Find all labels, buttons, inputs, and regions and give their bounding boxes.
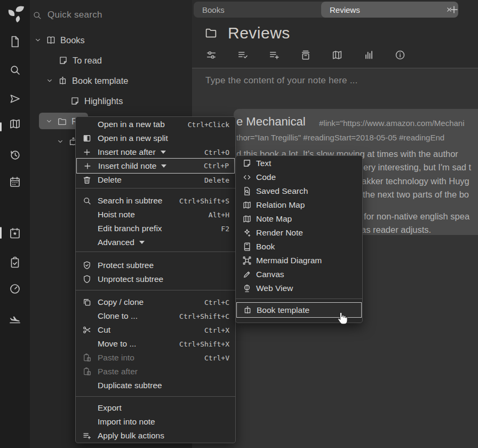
- menu-item-export[interactable]: Export: [76, 401, 235, 415]
- tree-item-to-read[interactable]: To read: [58, 52, 188, 68]
- menu-item-move-to[interactable]: Move to ... Ctrl+Shift+X: [76, 337, 235, 351]
- submenu-item-label: Book: [256, 242, 275, 251]
- owned-attributes-icon[interactable]: [237, 49, 249, 61]
- menu-item-edit-branch-prefix[interactable]: Edit branch prefix F2: [76, 222, 235, 235]
- menu-item-advanced[interactable]: Advanced: [76, 235, 235, 249]
- chevron-down-icon[interactable]: [34, 36, 42, 44]
- collection-properties-icon[interactable]: [300, 49, 312, 61]
- special-date-icon[interactable]: [9, 227, 21, 240]
- menu-item-import-into-note[interactable]: Import into note: [76, 415, 235, 429]
- sparkle-icon: [242, 228, 256, 238]
- card-body-line: ery interesting, but I'm sad t: [363, 162, 471, 172]
- dropdown-caret-icon: [161, 164, 166, 168]
- menu-item-label: Search in subtree: [98, 196, 163, 206]
- jump-to-note-icon[interactable]: [9, 92, 21, 105]
- calendar-icon[interactable]: [9, 176, 21, 188]
- submenu-item-note-map[interactable]: Note Map: [236, 212, 362, 226]
- submenu-item-label: Saved Search: [256, 186, 308, 196]
- menu-item-insert-child-note[interactable]: Insert child note Ctrl+P: [76, 158, 235, 174]
- basic-properties-icon[interactable]: [205, 49, 217, 61]
- new-tab-icon[interactable]: [448, 4, 460, 15]
- submenu-item-canvas[interactable]: Canvas: [236, 268, 362, 281]
- chevron-down-icon[interactable]: [56, 137, 65, 146]
- new-note-icon[interactable]: [9, 35, 21, 48]
- menu-item-shortcut: Ctrl+O: [204, 148, 229, 156]
- menu-item-apply-bulk-actions[interactable]: Apply bulk actions: [76, 429, 235, 443]
- book-icon: [242, 242, 256, 251]
- menu-item-paste-into: Paste into Ctrl+V: [76, 351, 235, 365]
- note-title: Reviews: [228, 24, 290, 42]
- menu-item-protect-subtree[interactable]: Protect subtree: [76, 258, 235, 272]
- paste-icon: [82, 353, 98, 363]
- note-map-icon[interactable]: [331, 49, 343, 61]
- submenu-item-text[interactable]: Text: [236, 156, 362, 170]
- submenu-item-relation-map[interactable]: Relation Map: [236, 198, 362, 212]
- chevron-down-icon[interactable]: [45, 117, 53, 125]
- menu-item-hoist-note[interactable]: Hoist note Alt+H: [76, 208, 235, 222]
- dropdown-caret-icon: [161, 151, 166, 154]
- submenu-item-label: Relation Map: [256, 200, 305, 210]
- tree-item-book-template[interactable]: Book template: [45, 73, 188, 89]
- recent-changes-icon[interactable]: [9, 148, 21, 161]
- task-list-icon[interactable]: [9, 256, 21, 269]
- menu-item-label: Open in a new split: [98, 133, 168, 143]
- menu-item-label: Export: [98, 403, 122, 413]
- note-info-icon[interactable]: [394, 49, 406, 61]
- note-icon: [58, 56, 68, 66]
- card-note-title[interactable]: e Mechanical: [236, 115, 306, 129]
- map-icon: [242, 214, 256, 224]
- dashboard-icon[interactable]: [9, 282, 21, 295]
- menu-item-paste-after: Paste after: [76, 365, 235, 379]
- submenu-item-saved-search[interactable]: Saved Search: [236, 184, 362, 198]
- submenu-item-label: Canvas: [256, 270, 284, 279]
- submenu-item-label: Book template: [257, 305, 309, 315]
- menu-item-label: Protect subtree: [98, 261, 154, 270]
- submenu-item-label: Code: [256, 172, 276, 182]
- tree-item-books[interactable]: Books: [34, 32, 188, 48]
- plane-landing-icon[interactable]: [9, 312, 21, 325]
- tab-reviews[interactable]: Reviews: [321, 2, 458, 18]
- menu-item-cut[interactable]: Cut Ctrl+X: [76, 323, 235, 337]
- menu-item-label: Move to ...: [98, 339, 136, 349]
- menu-item-unprotect-subtree[interactable]: Unprotect subtree: [76, 272, 235, 286]
- menu-item-shortcut: Ctrl+Shift+S: [179, 197, 229, 205]
- quick-search-input[interactable]: Quick search: [32, 6, 187, 23]
- note-map-icon[interactable]: [9, 117, 21, 130]
- submenu-item-code[interactable]: Code: [236, 170, 362, 184]
- menu-item-open-in-new-tab[interactable]: Open in a new tab Ctrl+Click: [76, 117, 235, 131]
- pencil-icon: [242, 270, 256, 279]
- menu-item-shortcut: Ctrl+Shift+X: [179, 340, 229, 348]
- card-body-line: as reader adjusts.: [361, 225, 431, 235]
- tree-item-highlights[interactable]: Highlights: [70, 93, 188, 109]
- submenu-item-mermaid-diagram[interactable]: Mermaid Diagram: [236, 254, 362, 268]
- submenu-item-web-view[interactable]: Web View: [236, 281, 362, 295]
- tree-item-label: To read: [73, 56, 102, 66]
- menu-separator: [76, 396, 235, 397]
- menu-item-duplicate-subtree[interactable]: Duplicate subtree: [76, 379, 235, 392]
- search-icon[interactable]: [9, 64, 21, 76]
- menu-item-shortcut: Ctrl+C: [204, 298, 229, 306]
- menu-item-insert-note-after[interactable]: Insert note after Ctrl+O: [76, 145, 235, 159]
- note-icon: [242, 159, 256, 168]
- submenu-item-label: Note Map: [256, 214, 292, 224]
- shield-check-icon: [82, 261, 98, 270]
- card-body-line: the next two parts of the bo: [363, 190, 469, 200]
- submenu-item-book[interactable]: Book: [236, 240, 362, 254]
- menu-item-open-in-new-split[interactable]: Open in a new split: [76, 131, 235, 145]
- editor-placeholder[interactable]: Type the content of your note here ...: [205, 75, 357, 86]
- menu-item-delete[interactable]: Delete Delete: [76, 173, 235, 187]
- plus-icon: [83, 161, 98, 171]
- menu-item-label: Copy / clone: [98, 297, 144, 307]
- menu-item-search-in-subtree[interactable]: Search in subtree Ctrl+Shift+S: [76, 194, 235, 208]
- chevron-down-icon[interactable]: [45, 76, 54, 85]
- submenu-item-render-note[interactable]: Render Note: [236, 226, 362, 240]
- left-edge-marker: [0, 122, 2, 131]
- menu-separator: [76, 251, 235, 252]
- submenu-item-label: Text: [256, 159, 271, 168]
- tab-books[interactable]: Books: [194, 2, 332, 18]
- menu-item-shortcut: Ctrl+P: [204, 162, 229, 170]
- menu-item-copy-clone[interactable]: Copy / clone Ctrl+C: [76, 295, 235, 309]
- inherited-attributes-icon[interactable]: [268, 49, 280, 61]
- menu-item-clone-to[interactable]: Clone to ... Ctrl+Shift+C: [76, 309, 235, 323]
- analytics-icon[interactable]: [363, 49, 375, 61]
